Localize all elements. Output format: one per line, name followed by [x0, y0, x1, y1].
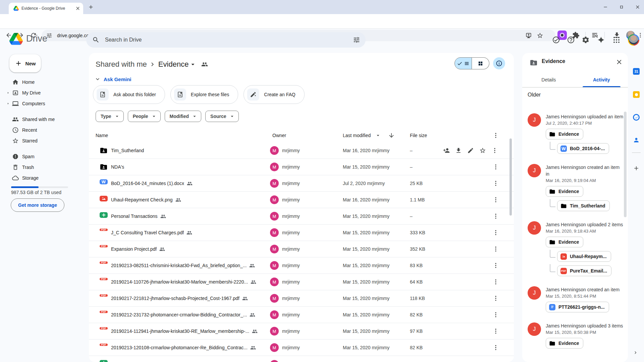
search-options-icon[interactable] [353, 36, 360, 44]
activity-chip[interactable]: PTT26621-griggs-n... [546, 302, 609, 312]
filter-chip-type[interactable]: Type [96, 111, 124, 122]
sidebar-item-storage[interactable]: Storage [3, 173, 83, 183]
row-more-icon[interactable] [492, 328, 499, 335]
file-row[interactable]: PDF Expansion Project.pdf M mrjimmy Mar … [89, 241, 514, 257]
column-header-size[interactable]: File size [410, 128, 427, 142]
download-icon[interactable] [455, 147, 462, 154]
activity-chip[interactable]: PDF PureTax_Email... [557, 265, 611, 276]
panel-tab-activity[interactable]: Activity [575, 72, 628, 87]
collapse-side-panel-icon[interactable] [633, 350, 638, 355]
suggestion-create-an-faq[interactable]: Create an FAQ [244, 85, 304, 104]
details-info-button[interactable] [493, 57, 505, 69]
row-more-icon[interactable] [492, 311, 499, 318]
activity-chip[interactable]: W BoD_2016-04-... [557, 143, 609, 154]
activity-chip[interactable]: Tim_Sutherland [557, 200, 610, 211]
shared-members-icon[interactable] [201, 61, 208, 68]
file-list-scrollbar[interactable] [509, 138, 512, 216]
file-row-partial[interactable]: M [89, 356, 514, 362]
install-app-icon[interactable] [525, 32, 532, 39]
keep-icon[interactable] [633, 91, 640, 98]
activity-chip[interactable]: Evidence [546, 338, 583, 349]
help-icon[interactable] [567, 36, 575, 44]
search-icon[interactable] [92, 36, 100, 44]
file-row[interactable]: Personal Transactions M mrjimmy Mar 15, … [89, 208, 514, 225]
file-row[interactable]: PDF 20190212-231732-photomancer-crmarlow… [89, 307, 514, 323]
settings-gear-icon[interactable] [582, 36, 590, 44]
window-minimize-button[interactable] [603, 4, 608, 10]
file-row[interactable]: PDF 20190214-110726-jhmarlow-kriskat30-M… [89, 274, 514, 290]
gemini-sparkle-icon[interactable] [597, 36, 605, 44]
new-tab-button[interactable] [88, 4, 94, 10]
star-icon[interactable] [479, 147, 486, 154]
column-header-owner[interactable]: Owner [272, 128, 286, 142]
row-more-icon[interactable] [492, 213, 499, 220]
filter-chip-modified[interactable]: Modified [165, 111, 202, 122]
suggestion-ask-about-this-folder[interactable]: Ask about this folder [93, 85, 165, 104]
sidebar-item-trash[interactable]: Trash [3, 162, 83, 173]
list-view-button[interactable] [454, 57, 472, 69]
sidebar-item-shared-with-me[interactable]: Shared with me [3, 114, 83, 125]
browser-tab[interactable]: Evidence - Google Drive [9, 3, 83, 14]
file-row[interactable]: PDF 20190213-082511-chrismini-kriskat30-… [89, 257, 514, 274]
ask-gemini-toggle[interactable]: Ask Gemini [94, 74, 131, 84]
file-row[interactable]: W BoD_2016-04-24_minutes (1).docx M mrji… [89, 175, 514, 192]
contacts-icon[interactable] [633, 137, 640, 143]
panel-close-icon[interactable] [615, 58, 623, 66]
row-more-icon[interactable] [492, 229, 499, 236]
account-avatar[interactable] [628, 34, 639, 46]
grid-view-button[interactable] [472, 57, 489, 69]
table-more-icon[interactable] [492, 132, 499, 139]
expand-arrow-icon[interactable] [6, 91, 10, 95]
sidebar-item-home[interactable]: Home [3, 77, 83, 87]
window-close-button[interactable] [635, 4, 640, 10]
rename-pencil-icon[interactable] [467, 147, 474, 154]
row-more-icon[interactable] [492, 246, 499, 252]
expand-arrow-icon[interactable] [6, 102, 10, 106]
panel-scrollbar[interactable] [624, 112, 627, 217]
get-more-storage-button[interactable]: Get more storage [11, 198, 64, 212]
drive-logo[interactable] [9, 33, 23, 45]
filter-chip-people[interactable]: People [128, 111, 161, 122]
modified-dropdown-icon[interactable] [375, 132, 381, 138]
column-header-modified[interactable]: Last modified [343, 128, 371, 142]
activity-chip[interactable]: Evidence [546, 186, 583, 197]
file-row[interactable]: NDA's M mrjimmy Mar 15, 2020 mrjimmy – [89, 159, 514, 175]
new-button[interactable]: New [9, 54, 41, 72]
file-row[interactable]: PDF 20190214-112941-jhmarlow-kriskat30-R… [89, 323, 514, 340]
tab-close-icon[interactable] [75, 6, 80, 11]
calendar-icon[interactable]: 31 [633, 68, 640, 75]
activity-chip[interactable]: Evidence [546, 237, 583, 247]
sidebar-item-starred[interactable]: Starred [3, 135, 83, 146]
row-more-icon[interactable] [492, 344, 499, 351]
panel-tab-details[interactable]: Details [522, 72, 575, 87]
file-row[interactable]: PDF 20190217-221812-jhmarlow-schasb-Proj… [89, 290, 514, 307]
breadcrumb-parent[interactable]: Shared with me [96, 60, 147, 69]
sidebar-item-recent[interactable]: Recent [3, 125, 83, 135]
file-row[interactable]: PDF J_C Consulting Travel Charges.pdf M … [89, 225, 514, 241]
column-header-name[interactable]: Name [96, 128, 108, 142]
search-input[interactable]: Search in Drive [86, 32, 366, 48]
row-more-icon[interactable] [492, 295, 499, 302]
file-row[interactable]: Uhaul-Repayment Check.png M mrjimmy Mar … [89, 192, 514, 208]
file-row[interactable]: PDF 20190213-120108-crmarlow-photomancer… [89, 340, 514, 356]
row-more-icon[interactable] [492, 180, 499, 187]
sidebar-item-my-drive[interactable]: My Drive [3, 87, 83, 98]
row-more-icon[interactable] [492, 279, 499, 285]
google-apps-icon[interactable] [612, 36, 621, 44]
sidebar-item-computers[interactable]: Computers [3, 98, 83, 109]
row-more-icon[interactable] [492, 262, 499, 269]
row-more-icon[interactable] [492, 196, 499, 203]
row-more-icon[interactable] [492, 164, 499, 170]
folder-menu-arrow-icon[interactable] [189, 61, 197, 68]
activity-chip[interactable]: Uhaul-Repaym... [557, 251, 611, 262]
offline-status-icon[interactable] [552, 36, 560, 44]
window-maximize-button[interactable] [619, 4, 624, 10]
row-more-icon[interactable] [491, 147, 498, 154]
add-side-app-icon[interactable] [633, 165, 640, 172]
activity-chip[interactable]: Evidence [546, 129, 583, 139]
suggestion-explore-these-files[interactable]: Explore these files [170, 85, 238, 104]
sidebar-item-spam[interactable]: Spam [3, 151, 83, 162]
sort-direction-icon[interactable] [388, 132, 395, 139]
breadcrumb-current[interactable]: Evidence [158, 60, 197, 69]
share-person-add-icon[interactable] [443, 147, 450, 154]
